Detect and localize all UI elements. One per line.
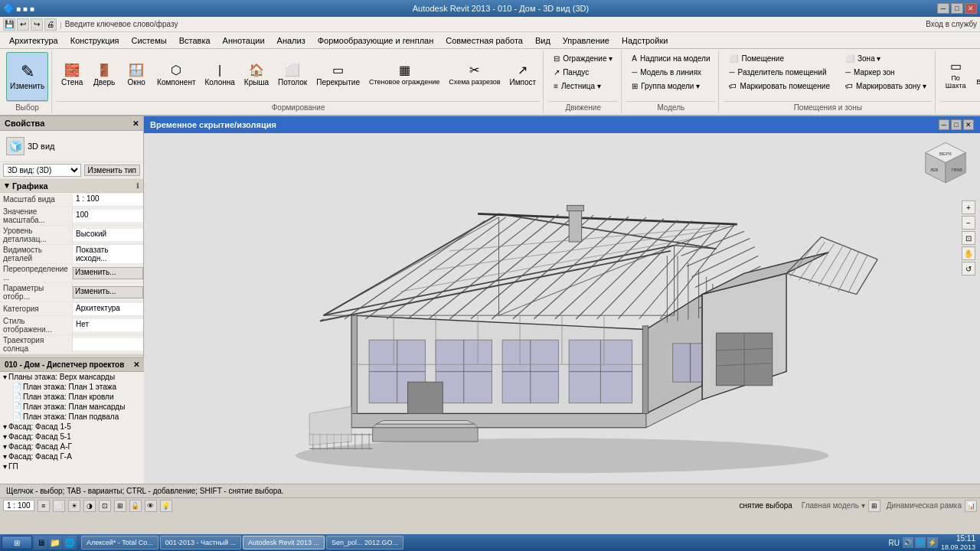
tree-item-2[interactable]: 📄 План этажа: План кровли xyxy=(0,392,144,402)
taskbar-btn-2[interactable]: 001-2013 - Частный ... xyxy=(160,536,241,549)
ribbon-mullion-button[interactable]: ↗ Импост xyxy=(506,52,541,98)
taskbar-btn-3[interactable]: Autodesk Revit 2013 ... xyxy=(243,536,325,549)
tree-item-4[interactable]: 📄 План этажа: План подвала xyxy=(0,412,144,422)
menu-view[interactable]: Вид xyxy=(529,34,557,47)
minimize-button[interactable]: ─ xyxy=(937,3,949,14)
ribbon-zone-marker-button[interactable]: ─ Маркер зон xyxy=(840,66,932,79)
maximize-button[interactable]: □ xyxy=(951,3,963,14)
ribbon-curtain-button[interactable]: ▦ Стеновое ограждение xyxy=(365,52,443,98)
ribbon-model-line-button[interactable]: ─ Модель в линиях xyxy=(626,66,715,79)
tree-item-1[interactable]: 📄 План этажа: План 1 этажа xyxy=(0,382,144,392)
unlock-btn[interactable]: 🔓 xyxy=(129,500,142,512)
clock-display[interactable]: 15:11 18.09.2013 xyxy=(941,534,975,551)
taskbar-icon-2[interactable]: 📁 xyxy=(48,536,62,549)
worksets-btn[interactable]: ⊞ xyxy=(868,500,880,512)
qa-save-button[interactable]: 💾 xyxy=(3,18,15,31)
viewport-maximize-btn[interactable]: □ xyxy=(951,119,962,130)
ribbon-modify-button[interactable]: ✎ Изменить xyxy=(6,52,48,101)
taskbar-btn-1[interactable]: Алексей* - Total Co... xyxy=(81,536,158,549)
ribbon-room-button[interactable]: ⬜ Помещение xyxy=(724,52,835,65)
ribbon-model-text-button[interactable]: A Надписи на модели xyxy=(626,52,715,65)
search-box[interactable]: Введите ключевое слово/фразу xyxy=(65,20,178,28)
menu-addins[interactable]: Надстройки xyxy=(616,34,674,47)
ribbon-section-cut-button[interactable]: ✂ Схема разрезов xyxy=(445,52,504,98)
ribbon-roof-button[interactable]: 🏠 Крыша xyxy=(240,52,273,98)
prop-scale-value-field[interactable]: 100 xyxy=(73,210,143,222)
ribbon-window-button[interactable]: 🪟 Окно xyxy=(121,52,152,98)
tree-item-6[interactable]: ▾ Фасад: Фасад 5-1 xyxy=(0,432,144,442)
ribbon-stair-button[interactable]: ≡ Лестница ▾ xyxy=(548,80,618,93)
taskbar-icon-1[interactable]: 🖥 xyxy=(34,536,47,549)
taskbar-btn-2-label: 001-2013 - Частный ... xyxy=(165,539,236,546)
tree-item-7[interactable]: ▾ Фасад: Фасад А-Г xyxy=(0,442,144,452)
tray-icon-2[interactable]: 🌐 xyxy=(915,537,926,548)
ribbon-wall-button[interactable]: 🧱 Стена xyxy=(57,52,87,98)
orbit-button[interactable]: ↺ xyxy=(962,262,975,276)
ribbon-zone-button[interactable]: ⬜ Зона ▾ xyxy=(840,52,932,65)
ribbon-door-button[interactable]: 🚪 Дверь xyxy=(89,52,119,98)
ribbon-component-button[interactable]: ⬡ Компонент xyxy=(153,52,199,98)
ribbon-model-group-button[interactable]: ⊞ Группа модели ▾ xyxy=(626,80,715,93)
ribbon-shaft-button[interactable]: ▭ ПоШахта xyxy=(940,52,971,98)
taskbar-icon-3[interactable]: 🌐 xyxy=(63,536,77,549)
qa-redo-button[interactable]: ↪ xyxy=(31,18,43,31)
tray-icon-1[interactable]: 🔊 xyxy=(903,537,913,548)
zoom-in-button[interactable]: + xyxy=(962,201,975,214)
tree-item-5[interactable]: ▾ Фасад: Фасад 1-5 xyxy=(0,422,144,432)
prop-scale-label: Масштаб вида xyxy=(0,194,73,204)
zoom-out-button[interactable]: − xyxy=(962,216,975,230)
menu-construction[interactable]: Конструкция xyxy=(64,34,126,47)
analysis-display-btn[interactable]: 📊 xyxy=(965,500,977,512)
shadows-btn[interactable]: ◑ xyxy=(83,500,96,512)
temp-hide-btn[interactable]: 👁 xyxy=(145,500,157,512)
menu-massing[interactable]: Формообразующие и генплан xyxy=(312,34,440,47)
menu-annotations[interactable]: Аннотации xyxy=(217,34,271,47)
prop-solar-value xyxy=(73,338,143,350)
tree-item-9[interactable]: ▾ ГП xyxy=(0,461,144,471)
zoom-fit-button[interactable]: ⊡ xyxy=(962,231,975,245)
qa-print-button[interactable]: 🖨 xyxy=(44,18,57,31)
detail-level-btn[interactable]: ≡ xyxy=(38,500,50,512)
qa-undo-button[interactable]: ↩ xyxy=(17,18,29,31)
ribbon-room-sep-button[interactable]: ─ Разделитель помещений xyxy=(724,66,835,79)
tray-icon-3[interactable]: ⚡ xyxy=(927,537,938,548)
project-browser-close-icon[interactable]: ✕ xyxy=(133,360,139,369)
start-button[interactable]: ⊞ xyxy=(2,536,32,549)
show-hide-crop-btn[interactable]: ⊞ xyxy=(114,500,126,512)
tree-item-0[interactable]: ▾ Планы этажа: Верх мансарды xyxy=(0,372,144,382)
ribbon-railing-button[interactable]: ⊟ Ограждение ▾ xyxy=(548,52,618,65)
viewport-close-btn[interactable]: ✕ xyxy=(963,119,974,130)
ribbon-column-button[interactable]: | Колонна xyxy=(201,52,239,98)
prop-group-graphics[interactable]: ▾ Графика ℹ xyxy=(0,179,143,193)
tree-item-3[interactable]: 📄 План этажа: План мансарды xyxy=(0,402,144,412)
crop-view-btn[interactable]: ⊡ xyxy=(99,500,111,512)
view-selector-dropdown[interactable]: 3D вид: (3D) xyxy=(3,164,81,177)
ribbon-vertical-opening-button[interactable]: ⬜ Вертикальный xyxy=(972,52,980,98)
edit-type-button[interactable]: Изменить тип xyxy=(84,165,140,176)
taskbar-btn-4[interactable]: Sen_pol... 2012.GO... xyxy=(326,536,403,549)
close-button[interactable]: ✕ xyxy=(965,3,977,14)
pan-button[interactable]: ✋ xyxy=(962,246,975,260)
ribbon-zone-tag-button[interactable]: 🏷 Маркировать зону ▾ xyxy=(840,80,932,93)
viewport-minimize-btn[interactable]: ─ xyxy=(939,119,949,130)
viewport-canvas[interactable] xyxy=(144,133,980,484)
ribbon-ceiling-button[interactable]: ⬜ Потолок xyxy=(274,52,311,98)
ribbon-floor-button[interactable]: ▭ Перекрытие xyxy=(312,52,364,98)
prop-override-btn[interactable]: Изменить... xyxy=(73,267,143,279)
sun-path-btn[interactable]: ☀ xyxy=(68,500,80,512)
menu-collaborate[interactable]: Совместная работа xyxy=(439,34,529,47)
tree-item-8[interactable]: ▾ Фасад: Фасад Г-А xyxy=(0,452,144,461)
menu-manage[interactable]: Управление xyxy=(557,34,616,47)
reveal-hidden-btn[interactable]: 💡 xyxy=(160,500,172,512)
menu-architecture[interactable]: Архитектура xyxy=(3,34,64,47)
prop-display-btn[interactable]: Изменить... xyxy=(73,286,143,298)
menu-systems[interactable]: Системы xyxy=(126,34,173,47)
properties-close-icon[interactable]: ✕ xyxy=(132,119,139,128)
ribbon-room-tag-button[interactable]: 🏷 Маркировать помещение xyxy=(724,80,835,93)
visual-style-btn[interactable]: ⬜ xyxy=(53,500,65,512)
ribbon-ramp-button[interactable]: ↗ Пандус xyxy=(548,66,618,79)
menu-analysis[interactable]: Анализ xyxy=(271,34,312,47)
svg-rect-18 xyxy=(407,382,443,413)
navigation-cube[interactable]: ВЕРХ ЛЕВ ПРАВ xyxy=(919,139,972,193)
menu-insert[interactable]: Вставка xyxy=(173,34,217,47)
